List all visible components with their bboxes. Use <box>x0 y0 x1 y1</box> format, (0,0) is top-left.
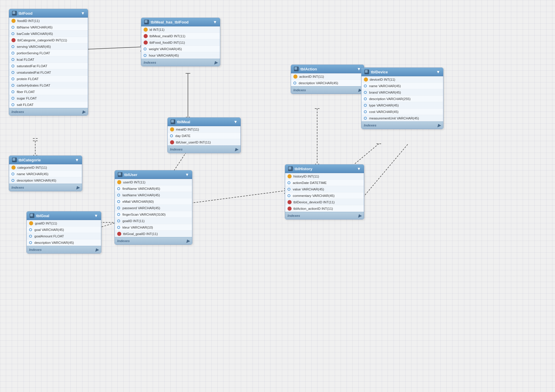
table-tblCategorie: tblCategorie ▼ categorieID INT(11) name … <box>9 156 82 191</box>
table-icon <box>364 70 369 74</box>
field-commentary: commentary VARCHAR(45) <box>285 192 364 199</box>
field-cost: cost VARCHAR(45) <box>361 109 443 115</box>
diamond-icon <box>11 83 15 87</box>
diamond-icon <box>117 193 121 197</box>
field-goalID: goalID INT(11) <box>27 220 101 227</box>
diamond-icon <box>11 178 15 182</box>
table-title: tblDevice <box>371 70 388 74</box>
key-icon <box>287 174 292 178</box>
indexes-label: Indexes <box>364 124 376 127</box>
table-title: tblHistory <box>295 167 312 171</box>
indexes-arrow-icon: ▶ <box>438 123 441 128</box>
indexes-arrow-icon: ▶ <box>186 239 190 243</box>
table-header-tblUser[interactable]: tblUser ▼ <box>115 170 192 179</box>
header-dropdown-icon[interactable]: ▼ <box>213 20 217 24</box>
indexes-bar-tblMeal[interactable]: Indexes ▶ <box>168 146 240 153</box>
table-tblGoal: tblGoal ▼ goalID INT(11) goal VARCHAR(45… <box>26 211 101 254</box>
table-icon <box>12 158 17 162</box>
diamond-icon <box>11 96 15 100</box>
indexes-bar-tblDevice[interactable]: Indexes ▶ <box>361 121 443 129</box>
diamond-icon <box>363 97 367 101</box>
field-day: day DATE <box>168 133 240 139</box>
key-icon <box>364 77 368 82</box>
indexes-bar-tblFood[interactable]: Indexes ▶ <box>9 108 88 115</box>
diamond-icon <box>117 206 121 210</box>
diamond-icon <box>363 84 367 88</box>
diamond-icon <box>287 193 291 197</box>
indexes-bar-tblUser[interactable]: Indexes ▶ <box>115 237 192 244</box>
field-description: description VARCHAR(255) <box>361 96 443 102</box>
table-header-tblDevice[interactable]: tblDevice ▼ <box>361 68 443 76</box>
key-icon <box>11 165 16 170</box>
table-icon <box>294 67 299 71</box>
header-dropdown-icon[interactable]: ▼ <box>75 158 79 162</box>
fk-icon <box>144 40 148 45</box>
field-measurementUnit: measurementUnit VARCHAR(45) <box>361 115 443 121</box>
field-fiber: fiber FLOAT <box>9 89 88 95</box>
field-goalID: goalID INT(11) <box>115 218 192 224</box>
key-icon <box>144 28 148 32</box>
diamond-icon <box>11 77 15 81</box>
table-icon <box>171 119 175 124</box>
diamond-icon <box>169 134 174 138</box>
table-header-tblHistory[interactable]: tblHistory ▼ <box>285 165 364 173</box>
field-type: type VARCHAR(45) <box>361 102 443 109</box>
indexes-arrow-icon: ▶ <box>82 109 85 114</box>
key-icon <box>293 75 297 79</box>
header-dropdown-icon[interactable]: ▼ <box>233 119 238 124</box>
field-categorieID: categorieID INT(11) <box>9 164 82 171</box>
header-dropdown-icon[interactable]: ▼ <box>185 172 189 177</box>
table-tblUser: tblUser ▼ userID INT(11) firstName VARCH… <box>115 170 192 245</box>
indexes-bar-tblAction[interactable]: Indexes ▶ <box>291 86 364 94</box>
indexes-arrow-icon: ▶ <box>95 247 99 252</box>
table-header-tblMeal[interactable]: tblMeal ▼ <box>168 118 240 126</box>
header-dropdown-icon[interactable]: ▼ <box>357 67 361 71</box>
table-header-tblGoal[interactable]: tblGoal ▼ <box>27 212 101 220</box>
indexes-label: Indexes <box>11 110 24 114</box>
field-deviceID: deviceID INT(11) <box>361 76 443 83</box>
field-kleur: kleur VARCHAR(10) <box>115 224 192 231</box>
field-goal: goal VARCHAR(45) <box>27 227 101 233</box>
field-fingerScan: fingerScan VARCHAR(3100) <box>115 211 192 218</box>
field-serving: serving VARCHAR(45) <box>9 43 88 50</box>
table-title: tblUser <box>124 173 137 177</box>
diamond-icon <box>11 57 15 61</box>
diamond-icon <box>28 240 33 244</box>
field-tblFood-foodID: tblFood_foodID INT(11) <box>141 39 220 46</box>
field-actionID: actionID INT(11) <box>291 73 364 80</box>
field-description: description VARCHAR(45) <box>9 177 82 184</box>
field-value: value VARCHAR(45) <box>285 186 364 192</box>
indexes-bar-tblMealHasTblFood[interactable]: Indexes ▶ <box>141 59 220 66</box>
header-dropdown-icon[interactable]: ▼ <box>357 166 361 171</box>
field-eMail: eMail VARCHAR(60) <box>115 198 192 205</box>
key-icon <box>117 180 121 184</box>
table-title: tblFood <box>18 11 33 16</box>
field-tblDevice-deviceID: tblDevice_deviceID INT(11) <box>285 199 364 205</box>
indexes-arrow-icon: ▶ <box>214 60 218 65</box>
diamond-icon <box>117 199 121 203</box>
field-foodID: foodID INT(11) <box>9 18 88 24</box>
field-kcal: kcal FLOAT <box>9 56 88 63</box>
diamond-icon <box>363 103 367 107</box>
header-dropdown-icon[interactable]: ▼ <box>81 11 85 16</box>
field-tblUser-userID: tblUser_userID INT(11) <box>168 139 240 146</box>
diamond-icon <box>143 47 147 51</box>
diamond-icon <box>11 51 15 55</box>
indexes-bar-tblGoal[interactable]: Indexes ▶ <box>27 246 101 253</box>
table-header-tblCategorie[interactable]: tblCategorie ▼ <box>9 156 82 164</box>
field-name: name VARCHAR(45) <box>361 83 443 89</box>
table-header-tblFood[interactable]: tblFood ▼ <box>9 9 88 18</box>
indexes-label: Indexes <box>11 186 24 189</box>
indexes-bar-tblHistory[interactable]: Indexes ▶ <box>285 212 364 219</box>
table-icon <box>30 213 34 218</box>
field-hour: hour VARCHAR(45) <box>141 52 220 59</box>
table-title: tblMeal <box>177 120 190 124</box>
header-dropdown-icon[interactable]: ▼ <box>436 70 440 74</box>
table-header-tblMealHasTblFood[interactable]: tblMeal_has_tblFood ▼ <box>141 18 220 26</box>
diamond-icon <box>287 187 291 191</box>
indexes-arrow-icon: ▶ <box>76 185 80 190</box>
table-header-tblAction[interactable]: tblAction ▼ <box>291 65 364 73</box>
header-dropdown-icon[interactable]: ▼ <box>94 213 98 218</box>
indexes-bar-tblCategorie[interactable]: Indexes ▶ <box>9 184 82 191</box>
field-password: password VARCHAR(45) <box>115 205 192 211</box>
